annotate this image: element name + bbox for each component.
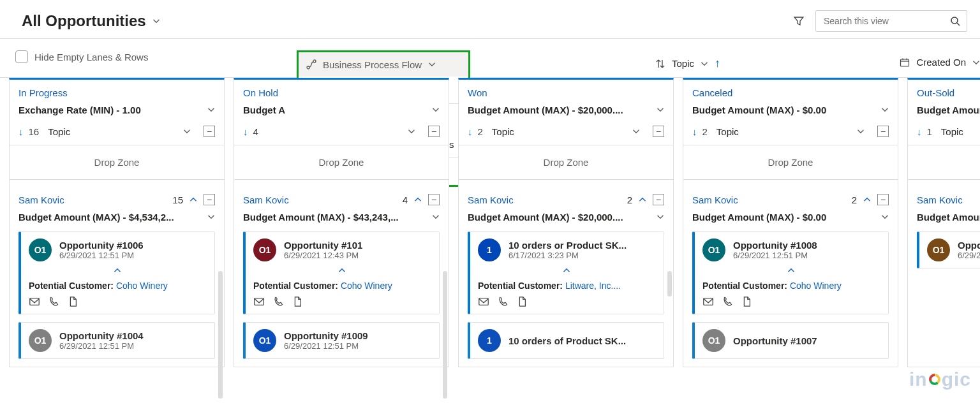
opportunity-card[interactable]: O1 Opportunity #1008 6/29/2021 12:51 PM … (692, 231, 889, 314)
chevron-down-icon[interactable] (881, 105, 889, 115)
sort-direction-up-icon[interactable]: ↑ (715, 57, 720, 70)
lane-title[interactable]: Won (468, 87, 664, 98)
swimlane-owner[interactable]: Sam Kovic (243, 194, 289, 205)
lane-sort-select[interactable]: Topic (941, 126, 980, 137)
collapse-icon[interactable]: − (428, 126, 440, 137)
customer-link[interactable]: Coho Winery (341, 281, 392, 291)
document-icon[interactable] (292, 296, 303, 307)
lane-title[interactable]: Canceled (692, 87, 889, 98)
bpf-dropdown-header[interactable]: Business Process Flow (299, 52, 468, 77)
card-expand-toggle[interactable] (253, 265, 430, 277)
dropzone[interactable]: Drop Zone (917, 145, 980, 179)
swimlane-metric[interactable]: Budget Amount (MAX) - $43,243,... (243, 212, 440, 223)
customer-link[interactable]: Coho Winery (790, 281, 842, 291)
search-box[interactable] (815, 10, 967, 32)
dropzone[interactable]: Drop Zone (243, 145, 440, 179)
collapse-up-icon[interactable] (114, 267, 121, 274)
dropzone[interactable]: Drop Zone (692, 145, 889, 179)
collapse-up-icon[interactable] (414, 196, 422, 203)
document-icon[interactable] (516, 296, 528, 307)
lane-count[interactable]: ↓2 (692, 126, 708, 137)
chevron-down-icon[interactable] (657, 105, 664, 115)
swimlane-owner[interactable]: Sam Kovic (692, 194, 738, 205)
collapse-up-icon[interactable] (189, 196, 197, 203)
card-expand-toggle[interactable] (478, 265, 655, 277)
collapse-up-icon[interactable] (863, 196, 871, 203)
collapse-icon[interactable]: − (428, 194, 440, 205)
swimlane: Sam Kovic 15 − Budget Amount (MAX) - $4,… (19, 194, 215, 359)
card-expand-toggle[interactable] (29, 265, 205, 277)
lane-metric[interactable]: Budget Amount (MAX) - $0.00 (692, 105, 889, 115)
lane-title[interactable]: On Hold (243, 87, 440, 98)
lane-metric[interactable]: Budget A (243, 105, 440, 115)
collapse-icon[interactable]: − (204, 194, 215, 205)
swimlane-owner[interactable]: Sam Kovic (468, 194, 514, 205)
search-icon[interactable] (950, 16, 960, 26)
email-icon[interactable] (29, 296, 40, 307)
lane-count[interactable]: ↓1 (917, 126, 932, 137)
collapse-up-icon[interactable] (639, 196, 646, 203)
collapse-icon[interactable]: − (653, 194, 664, 205)
lane-sort-select[interactable]: Topic (492, 126, 644, 137)
avatar: O1 (702, 329, 725, 352)
phone-icon[interactable] (48, 296, 59, 307)
swimlane-metric[interactable]: Budget Amount (MAX) - $4,534,2... (19, 212, 215, 223)
email-icon[interactable] (702, 296, 714, 307)
opportunity-card[interactable]: 1 10 orders of Product SK... (468, 322, 664, 359)
opportunity-card[interactable]: O1 Opportunity #1009 6/29/2021 12:51 PM (243, 322, 440, 359)
search-input[interactable] (822, 15, 944, 27)
lane-sort-row: ↓2 Topic − (692, 126, 889, 137)
swimlane-metric[interactable]: Budget Amount (MAX) - $0.00 (692, 212, 889, 223)
opportunity-card[interactable]: O1 Opportunity #1007 (692, 322, 889, 359)
lane-sort-select[interactable]: Topic (48, 126, 195, 137)
lane-metric[interactable]: Budget Amount (MAX) - $20,000.... (468, 105, 664, 115)
swimlane-metric[interactable]: Budget Amount (917, 212, 980, 223)
customer-link[interactable]: Coho Winery (116, 281, 168, 291)
dropzone[interactable]: Drop Zone (468, 145, 664, 179)
checkbox-icon[interactable] (15, 50, 28, 63)
filter-icon[interactable] (794, 16, 804, 26)
phone-icon[interactable] (497, 296, 509, 307)
card-expand-toggle[interactable] (702, 265, 879, 277)
lane-sort-select[interactable] (267, 128, 419, 135)
opportunity-card[interactable]: O1 Oppor 6/29/20 (917, 231, 980, 268)
sort-group[interactable]: Topic ↑ (655, 57, 720, 70)
chevron-down-icon[interactable] (207, 105, 215, 115)
chevron-down-icon[interactable] (432, 105, 440, 115)
email-icon[interactable] (253, 296, 265, 307)
document-icon[interactable] (741, 296, 752, 307)
swimlane-owner[interactable]: Sam Kovic (19, 194, 64, 205)
lane-count[interactable]: ↓4 (243, 126, 258, 137)
lane-title[interactable]: In Progress (19, 87, 215, 98)
phone-icon[interactable] (722, 296, 733, 307)
view-title-dropdown[interactable]: All Opportunities (22, 12, 160, 30)
lane-metric[interactable]: Exchange Rate (MIN) - 1.00 (19, 105, 215, 115)
card-customer-field: Potential Customer: Litware, Inc.... (478, 281, 655, 291)
phone-icon[interactable] (272, 296, 284, 307)
lane-title[interactable]: Out-Sold (917, 87, 980, 98)
lane-count[interactable]: ↓16 (19, 126, 39, 137)
collapse-up-icon[interactable] (563, 267, 570, 274)
dropzone[interactable]: Drop Zone (19, 145, 215, 179)
svg-rect-10 (479, 298, 488, 305)
customer-link[interactable]: Litware, Inc.... (565, 281, 621, 291)
collapse-icon[interactable]: − (204, 126, 215, 137)
email-icon[interactable] (478, 296, 489, 307)
lane-sort-select[interactable]: Topic (716, 126, 868, 137)
collapse-icon[interactable]: − (653, 126, 664, 137)
lane-metric[interactable]: Budget Amoun (917, 105, 980, 115)
opportunity-card[interactable]: O1 Opportunity #1004 6/29/2021 12:51 PM (19, 322, 215, 359)
opportunity-card[interactable]: 1 10 orders or Product SK... 6/17/2021 3… (468, 231, 664, 314)
opportunity-card[interactable]: O1 Opportunity #1006 6/29/2021 12:51 PM … (19, 231, 215, 314)
swimlane-owner[interactable]: Sam Kovic (917, 194, 963, 205)
swimlane-metric[interactable]: Budget Amount (MAX) - $20,000.... (468, 212, 664, 223)
lane-count[interactable]: ↓2 (468, 126, 483, 137)
document-icon[interactable] (67, 296, 78, 307)
opportunity-card[interactable]: O1 Opportunity #101 6/29/2021 12:43 PM P… (243, 231, 440, 314)
collapse-up-icon[interactable] (787, 267, 795, 274)
collapse-icon[interactable]: − (877, 126, 889, 137)
created-on-group[interactable]: Created On (900, 57, 980, 68)
hide-empty-lanes-toggle[interactable]: Hide Empty Lanes & Rows (15, 50, 148, 63)
collapse-up-icon[interactable] (338, 267, 346, 274)
collapse-icon[interactable]: − (877, 194, 889, 205)
